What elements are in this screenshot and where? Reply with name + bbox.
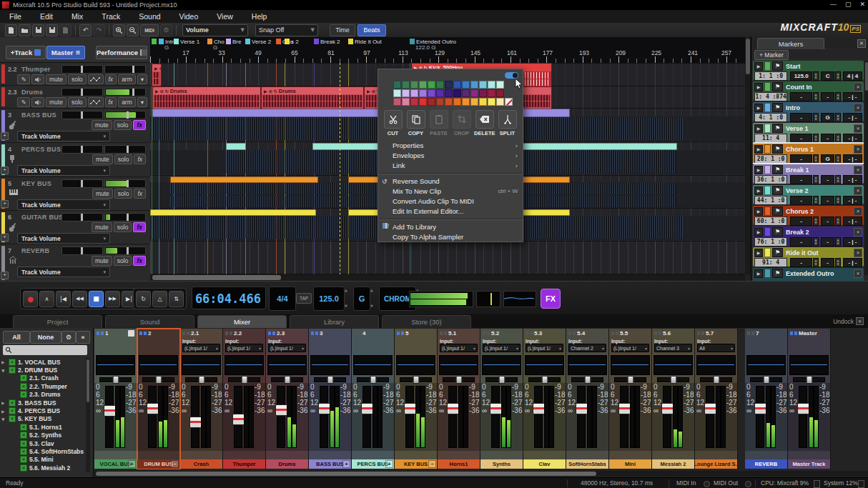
strip-eq-display[interactable] — [96, 355, 135, 375]
track-volume-slider[interactable] — [104, 65, 146, 74]
color-swatch[interactable] — [453, 98, 461, 106]
add-marker-button[interactable]: + Marker — [754, 50, 789, 60]
strip-name-label[interactable]: Horns1 — [438, 459, 480, 469]
input-select[interactable]: (L)Input 1/▾ — [483, 344, 521, 352]
tempo-display[interactable]: 125.0 — [313, 287, 345, 311]
strip-name-label[interactable]: Drums — [266, 459, 308, 469]
marker-time-field[interactable]: 1: 1 :0 — [754, 71, 787, 81]
marker-time-field[interactable]: 76: 1 :0 — [754, 237, 787, 247]
channel-strip-4[interactable]: 40612∞-9-18-27-36PERCS BUS+ — [352, 329, 395, 469]
marker-timesig-field[interactable]: - | - — [843, 113, 862, 122]
split-button[interactable]: SPLIT — [497, 110, 518, 136]
marker-expand-icon[interactable]: ▶ — [754, 207, 763, 216]
marker-color-chip[interactable] — [764, 248, 771, 257]
marker-item-start[interactable]: ▶⚑Start1: 1 :0125.0▲▼C▲▼4 | 4 — [753, 61, 864, 80]
marker-expand-icon[interactable]: ▶ — [754, 269, 763, 278]
track-pan-slider[interactable] — [61, 65, 103, 74]
strip-name-label[interactable]: BASS BUS+ — [309, 459, 351, 469]
fx-button[interactable]: fx — [133, 120, 146, 130]
strip-eq-display[interactable] — [696, 355, 736, 375]
marker-delete-icon[interactable]: ✕ — [854, 269, 862, 278]
tempo-spinner[interactable]: ▲▼ — [813, 71, 819, 81]
marker-tempo-field[interactable]: - — [790, 154, 812, 164]
strip-name-label[interactable]: Synths — [480, 459, 523, 469]
color-swatch[interactable] — [410, 98, 418, 106]
arm-button[interactable]: arm — [118, 74, 136, 84]
strip-pan-slider[interactable] — [137, 375, 179, 383]
input-select[interactable]: All▾ — [697, 344, 735, 352]
fx-button[interactable]: fx — [134, 189, 146, 199]
zoom-out-button[interactable] — [127, 24, 139, 36]
track-volume-slider[interactable] — [104, 247, 146, 255]
marker-item-verse-2[interactable]: ▶⚑Verse 2✕44: 1 :0-▲▼-▲▼- | - — [753, 185, 864, 204]
marker-delete-icon[interactable]: ✕ — [854, 207, 862, 216]
midi-region-clip[interactable] — [150, 209, 316, 216]
save-button[interactable] — [46, 24, 58, 36]
key-spinner[interactable]: ▲▼ — [835, 92, 841, 101]
automation-type-dropdown[interactable]: Track Volume▾ — [17, 267, 110, 277]
strip-name-label[interactable]: REVERB — [745, 459, 787, 469]
tree-item-2-drum-bus[interactable]: ▼✕2. DRUM BUS — [1, 366, 84, 374]
strip-name-label[interactable]: VOCAL BUS+ — [94, 459, 137, 469]
timeline-marker-flag[interactable]: Ride it Out — [348, 39, 382, 45]
monitor-speaker-icon[interactable] — [31, 74, 44, 84]
timeline-marker-flag[interactable]: Bre — [226, 39, 241, 45]
markers-close-icon[interactable]: ✕ — [857, 39, 866, 48]
menu-view[interactable]: View — [207, 12, 242, 21]
filter-none-button[interactable]: None — [30, 331, 61, 344]
strip-fader[interactable] — [577, 386, 586, 448]
menu-item-copy-to-alpha-sampler[interactable]: Copy To Alpha Sampler — [378, 232, 523, 242]
record-button[interactable]: ● — [23, 291, 38, 307]
mute-button[interactable]: mute — [46, 97, 66, 107]
tree-item-2-1-crash[interactable]: ✕2.1. Crash — [1, 374, 84, 382]
color-swatch[interactable] — [402, 89, 410, 97]
marker-color-chip[interactable] — [764, 61, 771, 71]
strip-pan-slider[interactable] — [266, 375, 308, 383]
tempo-spinner[interactable]: ▲▼ — [345, 288, 350, 308]
monitor-speaker-icon[interactable] — [31, 97, 44, 107]
tree-scrollbar[interactable] — [86, 358, 90, 472]
add-subtrack-button[interactable]: + — [1, 200, 9, 208]
menu-item-convert-audio-clip-to-midi[interactable]: Convert Audio Clip To MIDI — [378, 196, 523, 206]
color-swatch[interactable] — [488, 98, 495, 106]
marker-key-field[interactable]: - — [821, 237, 834, 247]
color-swatch[interactable] — [496, 98, 504, 106]
stop-button[interactable]: ■ — [89, 291, 104, 307]
tempo-spinner[interactable]: ▲▼ — [813, 154, 819, 164]
track-volume-slider[interactable] — [104, 179, 146, 188]
strip-fader[interactable] — [148, 386, 157, 448]
drum-audio-clip[interactable]: ▶ ⊘ ↻ — [152, 64, 162, 86]
marker-timesig-field[interactable]: - | - — [843, 134, 862, 143]
strip-name-label[interactable]: SoftHornStabs — [566, 459, 608, 469]
marker-key-field[interactable]: - — [821, 92, 834, 101]
input-select[interactable]: (L)Input 1/▾ — [440, 344, 478, 352]
group-collapse-icon[interactable] — [128, 330, 134, 337]
menu-edit[interactable]: Edit — [31, 12, 62, 21]
strip-eq-display[interactable] — [310, 355, 350, 375]
channel-strip-2.3[interactable]: 2.3Input:(L)Input 1/▾0612∞-9-18-27-36Dru… — [266, 329, 309, 469]
punch-io-icon[interactable]: ⇅ — [169, 291, 184, 307]
settings-gear-icon[interactable]: ⚙ — [160, 24, 172, 36]
marker-timesig-field[interactable]: - | - — [843, 237, 862, 247]
input-select[interactable]: Channel 2▾ — [568, 344, 606, 352]
color-swatch[interactable] — [402, 98, 410, 106]
timeline-ruler[interactable]: 1733496581971131291451611771932092252412… — [150, 37, 745, 64]
color-swatch[interactable] — [462, 89, 470, 97]
strip-name-label[interactable]: Lounge Lizard S.. — [695, 459, 737, 469]
strip-pan-slider[interactable] — [480, 375, 523, 383]
marker-expand-icon[interactable]: ▶ — [754, 104, 763, 112]
track-pan-slider[interactable] — [61, 179, 103, 188]
master-button[interactable]: Master≡ — [46, 46, 85, 59]
marker-key-field[interactable]: G — [821, 154, 834, 164]
tab-library[interactable]: Library — [290, 315, 379, 328]
track-pan-slider[interactable] — [61, 88, 103, 96]
marker-delete-icon[interactable]: ✕ — [854, 186, 862, 195]
strip-eq-display[interactable] — [525, 355, 564, 375]
tempo-spinner[interactable]: ▲▼ — [813, 92, 819, 101]
new-project-button[interactable] — [5, 24, 17, 36]
timeline-marker-flag[interactable]: Break 2 — [314, 39, 340, 45]
fx-button[interactable]: fx — [133, 256, 146, 266]
color-swatch[interactable] — [445, 81, 453, 89]
marker-tempo-field[interactable]: 125.0 — [790, 71, 812, 81]
marker-timesig-field[interactable]: - | - — [843, 175, 862, 184]
